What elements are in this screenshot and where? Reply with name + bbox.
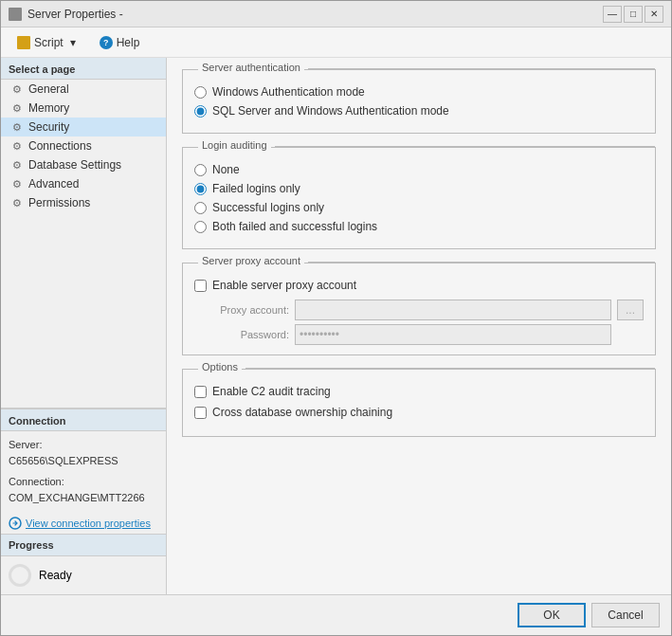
sidebar-item-label: Advanced (28, 177, 79, 191)
server-label: Server: C65656\SQLEXPRESS (9, 437, 158, 470)
sidebar-item-advanced[interactable]: ⚙ Advanced (1, 174, 166, 193)
enable-proxy-label: Enable server proxy account (212, 279, 356, 292)
server-auth-inner: Windows Authentication mode SQL Server a… (183, 78, 655, 133)
ok-button[interactable]: OK (518, 603, 586, 627)
progress-section: Progress Ready (1, 534, 166, 594)
server-auth-group: Server authentication Windows Authentica… (182, 69, 656, 134)
both-logins-label: Both failed and successful logins (212, 220, 377, 233)
gear-icon: ⚙ (12, 121, 24, 133)
proxy-fields: Proxy account: ... Password: (194, 300, 644, 345)
sidebar-item-label: Memory (28, 101, 69, 115)
sidebar-item-security[interactable]: ⚙ Security (1, 118, 166, 136)
enable-proxy-checkbox-item[interactable]: Enable server proxy account (194, 279, 644, 292)
c2-audit-checkbox[interactable] (194, 386, 207, 398)
footer: OK Cancel (1, 594, 671, 635)
login-auditing-group: Login auditing None Failed logins only S… (182, 147, 656, 249)
title-bar-controls: — □ ✕ (603, 6, 663, 23)
sidebar-item-general[interactable]: ⚙ General (1, 80, 166, 99)
none-radio-item[interactable]: None (194, 163, 644, 176)
gear-icon: ⚙ (12, 178, 24, 190)
c2-audit-checkbox-item[interactable]: Enable C2 audit tracing (194, 385, 644, 398)
progress-spinner-icon (9, 564, 31, 587)
sql-windows-auth-radio[interactable] (194, 105, 207, 118)
successful-logins-radio[interactable] (194, 202, 207, 214)
sidebar-item-database-settings[interactable]: ⚙ Database Settings (1, 155, 166, 174)
windows-auth-label: Windows Authentication mode (212, 85, 365, 99)
help-button[interactable]: ? Help (91, 32, 149, 53)
title-bar: Server Properties - — □ ✕ (1, 1, 671, 27)
failed-logins-label: Failed logins only (212, 182, 300, 195)
connection-value: COM_EXCHANGE\MTT2266 (9, 492, 145, 503)
server-auth-legend: Server authentication (198, 62, 304, 73)
sidebar: Select a page ⚙ General ⚙ Memory ⚙ Secur… (1, 58, 167, 594)
successful-logins-radio-item[interactable]: Successful logins only (194, 201, 644, 214)
both-logins-radio-item[interactable]: Both failed and successful logins (194, 220, 644, 233)
connection-header: Connection (1, 409, 166, 431)
both-logins-radio[interactable] (194, 221, 207, 233)
proxy-account-input[interactable] (295, 300, 611, 320)
sidebar-item-connections[interactable]: ⚙ Connections (1, 136, 166, 155)
windows-auth-radio[interactable] (194, 86, 207, 99)
c2-audit-label: Enable C2 audit tracing (212, 385, 331, 398)
sql-windows-auth-label: SQL Server and Windows Authentication mo… (212, 104, 449, 118)
right-panel: Server authentication Windows Authentica… (167, 58, 671, 594)
gear-icon: ⚙ (12, 197, 24, 209)
close-button[interactable]: ✕ (645, 6, 663, 23)
connection-section: Connection Server: C65656\SQLEXPRESS Con… (1, 408, 166, 534)
sql-windows-auth-radio-item[interactable]: SQL Server and Windows Authentication mo… (194, 104, 644, 118)
cross-db-ownership-label: Cross database ownership chaining (212, 406, 392, 419)
windows-auth-radio-item[interactable]: Windows Authentication mode (194, 85, 644, 99)
server-value: C65656\SQLEXPRESS (9, 455, 118, 466)
login-auditing-inner: None Failed logins only Successful login… (183, 155, 655, 248)
sidebar-item-label: Permissions (28, 196, 90, 209)
progress-status: Ready (39, 569, 72, 582)
gear-icon: ⚙ (12, 102, 24, 114)
sidebar-item-permissions[interactable]: ⚙ Permissions (1, 193, 166, 212)
maximize-button[interactable]: □ (624, 6, 643, 23)
gear-icon: ⚙ (12, 140, 24, 152)
server-proxy-inner: Enable server proxy account Proxy accoun… (183, 271, 655, 354)
options-legend: Options (198, 361, 242, 373)
link-icon (9, 517, 22, 530)
password-input[interactable] (295, 324, 611, 345)
enable-proxy-checkbox[interactable] (194, 280, 207, 292)
cross-db-ownership-checkbox[interactable] (194, 407, 207, 419)
minimize-button[interactable]: — (603, 6, 622, 23)
options-group: Options Enable C2 audit tracing Cross da… (182, 369, 656, 437)
failed-logins-radio[interactable] (194, 183, 207, 195)
none-label: None (212, 163, 240, 176)
help-icon: ? (100, 36, 113, 49)
none-radio[interactable] (194, 164, 207, 176)
login-auditing-legend: Login auditing (198, 139, 271, 151)
sidebar-item-label: Database Settings (28, 158, 121, 172)
server-proxy-legend: Server proxy account (198, 255, 304, 266)
script-button[interactable]: Script ▾ (9, 32, 87, 53)
sidebar-item-memory[interactable]: ⚙ Memory (1, 99, 166, 118)
connection-info: Server: C65656\SQLEXPRESS Connection: CO… (1, 431, 166, 513)
sidebar-section-header: Select a page (1, 58, 166, 80)
proxy-account-browse-button[interactable]: ... (617, 300, 644, 320)
failed-logins-radio-item[interactable]: Failed logins only (194, 182, 644, 195)
cancel-button[interactable]: Cancel (591, 603, 660, 627)
sidebar-item-label: Security (28, 120, 69, 134)
script-icon (17, 36, 30, 49)
options-inner: Enable C2 audit tracing Cross database o… (183, 377, 655, 436)
password-label: Password: (194, 329, 289, 340)
window-icon (9, 8, 22, 21)
proxy-account-label: Proxy account: (194, 304, 289, 316)
window-title: Server Properties - (27, 8, 123, 21)
script-dropdown-icon: ▾ (67, 37, 79, 48)
connection-label: Connection: COM_EXCHANGE\MTT2266 (9, 474, 158, 507)
gear-icon: ⚙ (12, 83, 24, 95)
server-proxy-group: Server proxy account Enable server proxy… (182, 263, 656, 355)
successful-logins-label: Successful logins only (212, 201, 324, 214)
cross-db-ownership-checkbox-item[interactable]: Cross database ownership chaining (194, 406, 644, 419)
main-content: Select a page ⚙ General ⚙ Memory ⚙ Secur… (1, 58, 671, 594)
sidebar-item-label: Connections (28, 139, 92, 153)
progress-header: Progress (1, 535, 166, 556)
view-connection-properties-link[interactable]: View connection properties (1, 513, 166, 534)
progress-content: Ready (1, 556, 166, 594)
gear-icon: ⚙ (12, 159, 24, 171)
title-bar-left: Server Properties - (9, 8, 123, 21)
view-connection-link-text: View connection properties (26, 518, 151, 529)
